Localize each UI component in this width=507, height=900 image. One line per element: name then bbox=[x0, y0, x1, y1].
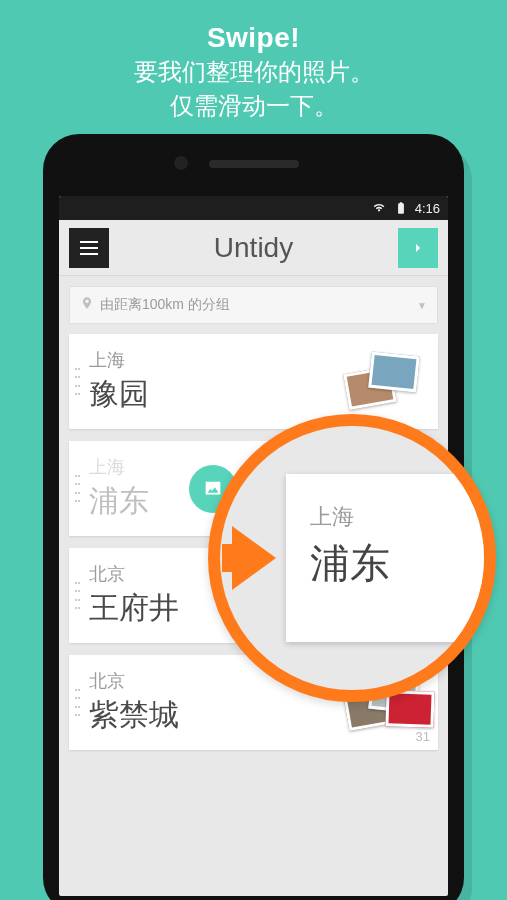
app-title: Untidy bbox=[109, 232, 398, 264]
battery-icon bbox=[393, 201, 409, 215]
status-bar: 4:16 bbox=[59, 196, 448, 220]
group-card[interactable]: 上海 豫园 bbox=[69, 334, 438, 429]
swipe-highlight-bubble: 上海 浦东 bbox=[208, 414, 496, 702]
drag-grip-icon bbox=[75, 582, 79, 610]
chevron-right-icon bbox=[412, 242, 424, 254]
group-count: 31 bbox=[416, 729, 430, 744]
location-pin-icon bbox=[80, 296, 94, 314]
promo-line2: 仅需滑动一下。 bbox=[10, 90, 497, 122]
dropdown-caret-icon: ▼ bbox=[417, 300, 427, 311]
filter-text: 由距离100km 的分组 bbox=[100, 296, 417, 314]
arrow-right-icon bbox=[232, 526, 276, 590]
promo-header: Swipe! 要我们整理你的照片。 仅需滑动一下。 bbox=[0, 0, 507, 141]
filter-dropdown[interactable]: 由距离100km 的分组 ▼ bbox=[69, 286, 438, 324]
highlight-city: 上海 bbox=[310, 502, 472, 532]
drag-grip-icon bbox=[75, 689, 79, 717]
promo-title: Swipe! bbox=[10, 22, 497, 54]
highlight-name: 浦东 bbox=[310, 536, 472, 591]
drag-grip-icon bbox=[75, 475, 79, 503]
drag-grip-icon bbox=[75, 368, 79, 396]
wifi-icon bbox=[371, 201, 387, 215]
status-time: 4:16 bbox=[415, 201, 440, 216]
menu-button[interactable] bbox=[69, 228, 109, 268]
app-bar: Untidy bbox=[59, 220, 448, 276]
forward-button[interactable] bbox=[398, 228, 438, 268]
group-thumbnails bbox=[346, 352, 432, 412]
promo-line1: 要我们整理你的照片。 bbox=[10, 56, 497, 88]
highlight-card: 上海 浦东 bbox=[286, 474, 484, 642]
